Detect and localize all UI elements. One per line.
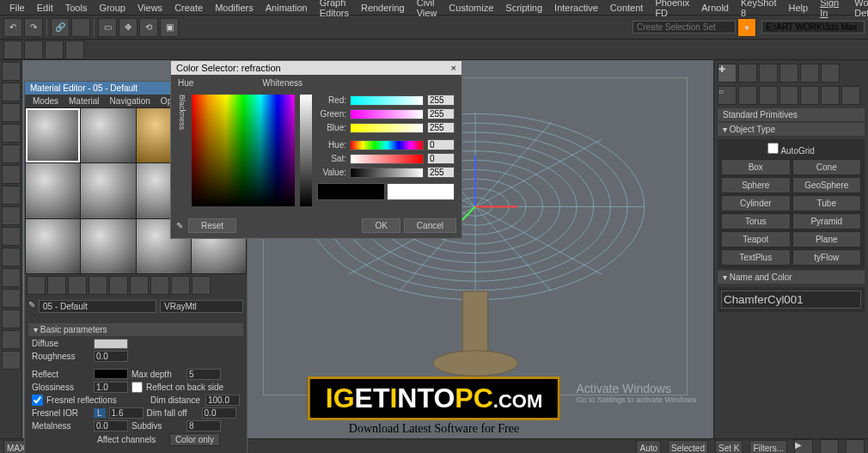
workspaces-label[interactable]: Workspaces: Default [848,0,868,18]
me-tool-icon[interactable] [109,276,128,295]
geosphere-button[interactable]: GeoSphere [792,177,862,193]
me-tool-icon[interactable] [47,276,66,295]
tool-icon[interactable] [2,186,21,205]
subdivs-spinner[interactable] [186,420,221,432]
me-tool-icon[interactable] [130,276,149,295]
blue-slider[interactable] [350,123,424,133]
filters-button[interactable]: Filters... [749,440,787,453]
menu-arnold[interactable]: Arnold [695,3,735,13]
cancel-button[interactable]: Cancel [404,218,456,233]
menu-modifiers[interactable]: Modifiers [209,3,260,13]
tyflow-button[interactable]: tyFlow [792,249,862,266]
close-icon[interactable]: × [451,63,456,73]
unlink-icon[interactable] [71,18,90,37]
modify-tab-icon[interactable] [738,64,757,83]
name-color-header[interactable]: ▾ Name and Color [718,271,865,284]
systems-icon[interactable] [841,86,860,105]
value-input[interactable] [427,167,455,178]
tool-icon[interactable] [2,103,21,122]
signin-link[interactable]: Sign In [814,0,845,18]
menu-grapheditors[interactable]: Graph Editors [314,0,355,18]
box-button[interactable]: Box [721,159,791,175]
nav-icon[interactable] [820,439,839,454]
select-icon[interactable]: ▭ [98,18,117,37]
sphere-button[interactable]: Sphere [721,177,791,193]
fresnel-checkbox[interactable] [32,395,43,406]
me-menu-navigation[interactable]: Navigation [106,96,155,106]
sample-slot[interactable] [26,219,80,273]
maxdepth-spinner[interactable] [186,369,221,380]
me-tool-icon[interactable] [192,276,211,295]
value-slider[interactable] [350,168,424,178]
me-tool-icon[interactable] [171,276,190,295]
reset-button[interactable]: Reset [188,218,236,233]
hue-input[interactable] [427,139,455,150]
tool-icon[interactable] [2,248,21,266]
cylinder-button[interactable]: Cylinder [721,195,791,211]
reflback-checkbox[interactable] [131,382,143,393]
tool-icon[interactable] [2,124,21,143]
menu-file[interactable]: File [3,3,31,13]
selected-button[interactable]: Selected [668,440,708,453]
tool-icon[interactable] [2,227,21,246]
menu-civilview[interactable]: Civil View [411,0,443,18]
me-tool-icon[interactable] [150,276,169,295]
blue-input[interactable] [427,122,455,133]
tube-button[interactable]: Tube [792,195,862,211]
utilities-tab-icon[interactable] [821,64,840,83]
green-slider[interactable] [350,109,424,119]
menu-group[interactable]: Group [93,3,131,13]
color-picker[interactable] [192,95,295,206]
plane-button[interactable]: Plane [792,231,862,248]
geometry-icon[interactable]: ○ [718,86,737,105]
tool-icon[interactable] [2,289,21,308]
ok-button[interactable]: OK [362,218,400,233]
sample-slot[interactable] [26,163,80,217]
menu-rendering[interactable]: Rendering [355,3,411,13]
lights-icon[interactable] [759,86,778,105]
hue-slider[interactable] [350,140,424,150]
tool-icon[interactable] [45,40,64,59]
menu-keyshot[interactable]: KeyShot 8 [735,0,783,18]
create-tab-icon[interactable]: ✚ [718,64,737,83]
tool-icon[interactable] [2,144,21,163]
eyedropper-icon[interactable]: ✎ [176,221,183,230]
eyedropper-icon[interactable]: ✎ [28,300,35,313]
sat-input[interactable] [427,153,455,164]
hierarchy-tab-icon[interactable] [759,64,778,83]
torus-button[interactable]: Torus [721,213,791,230]
autokey-button[interactable]: Auto [636,440,661,453]
tool-icon[interactable] [65,40,84,59]
display-tab-icon[interactable] [800,64,819,83]
menu-views[interactable]: Views [131,3,168,13]
tool-icon[interactable] [2,351,21,370]
render-icon[interactable]: ● [737,18,756,37]
basic-params-header[interactable]: ▾ Basic parameters [28,323,243,336]
me-menu-material[interactable]: Material [64,96,104,106]
selection-set-input[interactable] [633,21,736,34]
tool-icon[interactable] [3,40,22,59]
material-name-input[interactable] [39,300,156,313]
setkey-button[interactable]: Set K [715,440,743,453]
motion-tab-icon[interactable] [779,64,798,83]
tool-icon[interactable] [2,206,21,225]
play-icon[interactable]: ▶ [794,439,813,454]
dimfall-spinner[interactable] [202,407,236,419]
roughness-spinner[interactable] [94,351,128,362]
menu-help[interactable]: Help [783,3,815,13]
pyramid-button[interactable]: Pyramid [792,213,862,230]
undo-icon[interactable]: ↶ [3,18,22,37]
tool-icon[interactable] [2,165,21,184]
primitives-dropdown[interactable]: Standard Primitives [718,108,865,121]
tool-icon[interactable] [2,62,21,81]
sample-slot[interactable] [81,163,135,217]
shapes-icon[interactable] [738,86,757,105]
menu-scripting[interactable]: Scripting [499,3,548,13]
tool-icon[interactable] [2,309,21,328]
fresnelior-spinner[interactable] [109,407,144,419]
sample-slot[interactable] [81,108,135,162]
me-tool-icon[interactable] [68,276,87,295]
me-tool-icon[interactable] [89,276,107,295]
menu-edit[interactable]: Edit [31,3,59,13]
red-slider[interactable] [350,95,424,106]
